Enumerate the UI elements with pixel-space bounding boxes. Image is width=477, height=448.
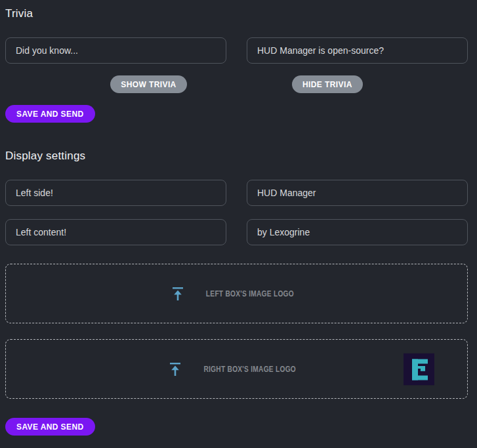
display-settings-inputs [5, 180, 468, 245]
left-box-logo-label: LEFT BOX'S IMAGE LOGO [205, 289, 293, 298]
hide-trivia-button[interactable]: HIDE TRIVIA [292, 75, 363, 93]
right-box-logo-preview-image [404, 353, 434, 385]
upload-icon [169, 363, 181, 376]
trivia-question-input[interactable] [5, 37, 226, 64]
left-box-logo-dropzone[interactable]: LEFT BOX'S IMAGE LOGO [5, 264, 468, 323]
trivia-buttons-row: SHOW TRIVIA HIDE TRIVIA [5, 75, 468, 93]
trivia-answer-input[interactable] [247, 37, 468, 64]
left-content-input[interactable] [5, 219, 226, 245]
left-side-input[interactable] [5, 180, 226, 206]
show-trivia-button[interactable]: SHOW TRIVIA [110, 75, 186, 93]
right-box-logo-dropzone[interactable]: RIGHT BOX'S IMAGE LOGO [5, 339, 468, 399]
trivia-inputs-row [5, 37, 468, 64]
display-save-and-send-button[interactable]: SAVE AND SEND [5, 418, 95, 436]
right-side-input[interactable] [247, 180, 468, 206]
settings-page: Trivia SHOW TRIVIA HIDE TRIVIA SAVE AND … [0, 0, 477, 436]
upload-icon [172, 287, 184, 300]
trivia-section-title: Trivia [5, 7, 468, 21]
right-box-logo-label: RIGHT BOX'S IMAGE LOGO [203, 365, 296, 374]
right-content-input[interactable] [247, 219, 468, 245]
trivia-save-and-send-button[interactable]: SAVE AND SEND [5, 105, 95, 123]
display-settings-section-title: Display settings [5, 149, 468, 163]
